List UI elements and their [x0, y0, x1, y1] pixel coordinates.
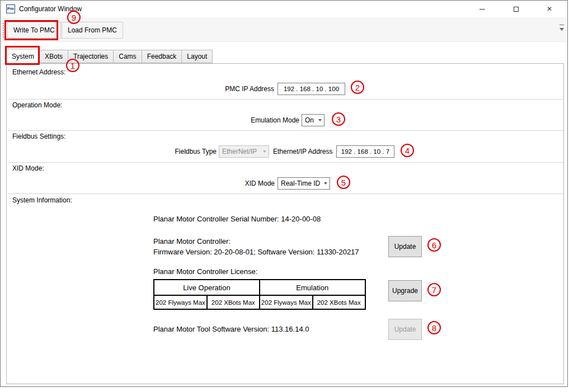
load-from-pmc-button[interactable]: Load From PMC	[62, 22, 123, 39]
tab-cams[interactable]: Cams	[113, 50, 142, 63]
license-table: Live Operation Emulation 202 Flyways Max…	[153, 279, 366, 310]
toolbar-overflow-button[interactable]	[558, 23, 566, 36]
minimize-icon	[479, 9, 485, 10]
ethernet-ip-address-label: Ethernet/IP Address	[273, 148, 335, 155]
controller-versions-text: Firmware Version: 20-20-08-01; Software …	[153, 247, 359, 257]
license-cell-emulation-xbots: 202 XBots Max	[313, 295, 365, 309]
operation-mode-section-header: Operation Mode:	[12, 101, 62, 109]
fieldbus-type-label: Fieldbus Type	[163, 148, 217, 155]
close-button[interactable]: ✕	[533, 1, 566, 17]
emulation-mode-label: Emulation Mode	[231, 116, 299, 124]
emulation-mode-value: On	[305, 115, 314, 126]
minimize-button[interactable]	[465, 1, 499, 17]
license-cell-live-flyways: 202 Flyways Max	[154, 295, 207, 309]
close-icon: ✕	[547, 6, 552, 12]
separator	[8, 162, 563, 163]
tool-update-button-disabled: Update	[388, 319, 422, 340]
separator	[8, 193, 563, 194]
toolbar: Write To PMC Load From PMC	[1, 17, 567, 42]
maximize-icon	[514, 7, 519, 12]
tab-system[interactable]: System	[6, 49, 40, 64]
overflow-line-icon	[559, 25, 564, 25]
configurator-window: Pm Configurator Window ✕ Write To PMC Lo…	[0, 0, 568, 387]
system-tab-panel: Ethernet Address: PMC IP Address 192 . 1…	[6, 63, 564, 384]
tab-feedback[interactable]: Feedback	[142, 50, 182, 63]
titlebar: Pm Configurator Window ✕	[1, 1, 567, 17]
pmc-ip-input[interactable]: 192 . 168 . 10 . 100	[278, 83, 345, 95]
maximize-button[interactable]	[499, 1, 533, 17]
license-upgrade-button[interactable]: Upgrade	[388, 280, 422, 301]
chevron-down-icon	[263, 150, 266, 153]
system-information-section-header: System Information:	[12, 196, 72, 204]
controller-title-text: Planar Motor Controller:	[153, 236, 359, 247]
xid-mode-value: Real-Time ID	[281, 178, 320, 189]
xid-mode-label: XID Mode	[225, 180, 275, 187]
separator	[8, 130, 563, 131]
license-cell-emulation-flyways: 202 Flyways Max	[260, 295, 313, 309]
xid-mode-section-header: XID Mode:	[12, 164, 44, 172]
tab-layout[interactable]: Layout	[181, 50, 213, 63]
fieldbus-type-dropdown: EtherNet/IP	[219, 145, 269, 158]
fieldbus-type-value: EtherNet/IP	[222, 146, 257, 157]
write-to-pmc-button[interactable]: Write To PMC	[7, 22, 61, 39]
emulation-mode-dropdown[interactable]: On	[302, 114, 325, 126]
app-icon: Pm	[6, 4, 15, 13]
window-controls: ✕	[465, 1, 566, 17]
ethernet-ip-address-input[interactable]: 192 . 168 . 10 . 7	[336, 145, 394, 158]
chevron-down-icon	[559, 28, 564, 31]
controller-serial-text: Planar Motor Controller Serial Number: 1…	[153, 215, 321, 223]
ethernet-section-header: Ethernet Address:	[12, 68, 65, 76]
tab-strip: System XBots Trajectories Cams Feedback …	[6, 48, 212, 63]
license-header-emulation: Emulation	[260, 280, 365, 295]
fieldbus-section-header: Fieldbus Settings:	[12, 133, 65, 140]
license-cell-live-xbots: 202 XBots Max	[207, 295, 260, 309]
pmc-ip-label: PMC IP Address	[208, 85, 274, 93]
separator	[8, 99, 563, 100]
chevron-down-icon	[318, 119, 322, 121]
window-title: Configurator Window	[19, 1, 82, 17]
tool-version-text: Planar Motor Tool Software Version: 113.…	[153, 325, 309, 333]
controller-version-block: Planar Motor Controller: Firmware Versio…	[153, 236, 359, 257]
tab-xbots[interactable]: XBots	[39, 50, 68, 63]
license-header-live-operation: Live Operation	[154, 280, 260, 295]
license-title-text: Planar Motor Controller License:	[153, 267, 257, 276]
xid-mode-dropdown[interactable]: Real-Time ID	[278, 177, 330, 190]
tab-trajectories[interactable]: Trajectories	[68, 50, 114, 63]
toolbar-grip-icon	[3, 23, 4, 37]
controller-update-button[interactable]: Update	[388, 236, 422, 257]
chevron-down-icon	[324, 182, 327, 185]
